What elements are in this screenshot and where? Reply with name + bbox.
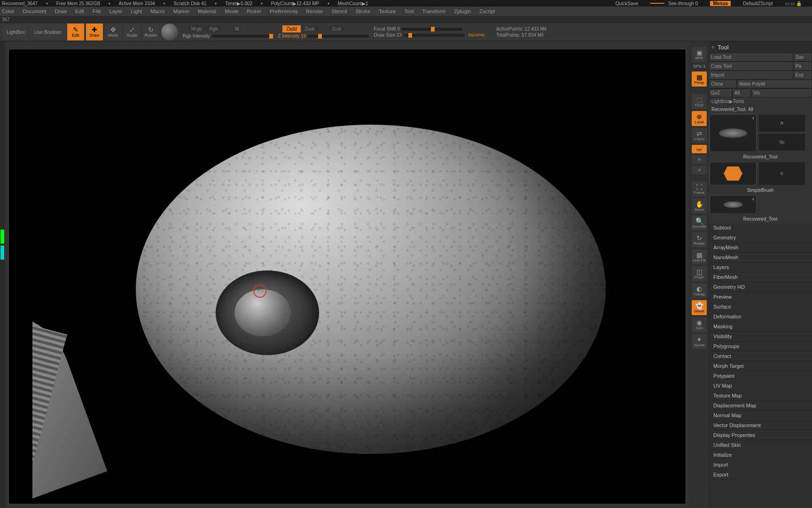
section-arraymesh[interactable]: ArrayMesh bbox=[709, 243, 812, 253]
export-button[interactable]: Exp bbox=[793, 71, 812, 79]
menu-picker[interactable]: Picker bbox=[247, 8, 261, 14]
draw-size-slider[interactable] bbox=[404, 34, 465, 37]
rotate-mode-button[interactable]: ↻Rotate bbox=[142, 24, 159, 40]
zoom3d-button[interactable]: 🔍Zoom3D bbox=[692, 215, 707, 230]
zadd-button[interactable]: Zadd bbox=[282, 25, 301, 32]
goz-all-button[interactable]: All bbox=[732, 88, 751, 97]
section-polygroups[interactable]: Polygroups bbox=[709, 341, 812, 351]
menus-button[interactable]: Menus bbox=[710, 1, 731, 6]
section-export[interactable]: Export bbox=[709, 470, 812, 480]
section-uvmap[interactable]: UV Map bbox=[709, 381, 812, 391]
menu-light[interactable]: Light bbox=[131, 8, 142, 14]
menu-document[interactable]: Document bbox=[23, 8, 46, 14]
section-fibermesh[interactable]: FiberMesh bbox=[709, 272, 812, 282]
section-preview[interactable]: Preview bbox=[709, 292, 812, 302]
xpose-button[interactable]: ✦Xpose bbox=[692, 334, 707, 349]
z-intensity-slider[interactable] bbox=[308, 35, 369, 38]
make-polymesh-button[interactable]: Make PolyM bbox=[737, 79, 812, 88]
section-subtool[interactable]: Subtool bbox=[709, 223, 812, 233]
left-color-strip[interactable] bbox=[0, 41, 5, 508]
goz-button[interactable]: GoZ bbox=[709, 88, 732, 97]
m-button[interactable]: M bbox=[231, 25, 242, 32]
mrgb-button[interactable]: Mrgb bbox=[187, 25, 206, 32]
menu-texture[interactable]: Texture bbox=[379, 8, 396, 14]
zsub-button[interactable]: Zsub bbox=[301, 25, 319, 32]
menu-layer[interactable]: Layer bbox=[109, 8, 123, 14]
lsym-button[interactable]: ⇄LSym bbox=[692, 128, 707, 143]
menu-file[interactable]: File bbox=[93, 8, 101, 14]
section-import[interactable]: Import bbox=[709, 460, 812, 470]
local-button[interactable]: ⊕Local bbox=[692, 111, 707, 126]
section-normalmap[interactable]: Normal Map bbox=[709, 411, 812, 421]
save-as-button[interactable]: Sav bbox=[793, 53, 812, 62]
zcut-button[interactable]: Zcut bbox=[328, 25, 344, 32]
paste-tool-button[interactable]: Pa bbox=[793, 62, 812, 71]
section-polypaint[interactable]: Polypaint bbox=[709, 371, 812, 381]
rotate-view-button[interactable]: ↻Rotate bbox=[692, 232, 707, 247]
color-swatch-cyan[interactable] bbox=[0, 246, 4, 260]
section-unifiedskin[interactable]: Unified Skin bbox=[709, 440, 812, 450]
axis-button[interactable]: xyz bbox=[692, 145, 707, 153]
transp-button[interactable]: ◐Transp bbox=[692, 283, 707, 298]
lightbox-button[interactable]: LightBox bbox=[3, 24, 29, 40]
spix-label[interactable]: SPix 3 bbox=[693, 64, 705, 69]
draw-mode-button[interactable]: ✚Draw bbox=[86, 24, 103, 40]
floor-button[interactable]: ⬚Floor bbox=[692, 94, 707, 109]
menu-stencil[interactable]: Stencil bbox=[331, 8, 347, 14]
menu-color[interactable]: Color bbox=[2, 8, 14, 14]
menu-tool[interactable]: Tool bbox=[404, 8, 414, 14]
current-tool-name[interactable]: Recovered_Tool. 48 bbox=[709, 105, 812, 113]
material-swatch[interactable] bbox=[161, 24, 178, 40]
section-visibility[interactable]: Visibility bbox=[709, 332, 812, 341]
rgb-intensity-slider[interactable] bbox=[212, 35, 273, 38]
section-layers[interactable]: Layers bbox=[709, 262, 812, 272]
collapse-panel-icon[interactable]: « bbox=[711, 44, 715, 50]
solo-button[interactable]: ◉Solo bbox=[692, 317, 707, 332]
section-surface[interactable]: Surface bbox=[709, 302, 812, 312]
load-tool-button[interactable]: Load Tool bbox=[709, 53, 793, 62]
color-swatch-green[interactable] bbox=[0, 230, 4, 244]
viewport-canvas[interactable] bbox=[8, 49, 686, 504]
quicksave-button[interactable]: QuickSave bbox=[616, 1, 638, 6]
section-vectordisplacement[interactable]: Vector Displacement bbox=[709, 421, 812, 430]
goz-visible-button[interactable]: Vis bbox=[751, 88, 812, 97]
menu-material[interactable]: Material bbox=[198, 8, 216, 14]
polyf-button[interactable]: ◫PolyF bbox=[692, 266, 707, 281]
tool-thumbnail-2[interactable] bbox=[710, 195, 757, 214]
section-texturemap[interactable]: Texture Map bbox=[709, 391, 812, 401]
menu-zscript[interactable]: Zscript bbox=[479, 8, 495, 14]
persp-button[interactable]: ▦Persp bbox=[692, 71, 707, 87]
fit-icon[interactable]: ⊙ bbox=[692, 166, 707, 174]
section-morphtarget[interactable]: Morph Target bbox=[709, 361, 812, 371]
menu-preferences[interactable]: Preferences bbox=[270, 8, 297, 14]
menu-edit[interactable]: Edit bbox=[75, 8, 84, 14]
import-button[interactable]: Import bbox=[709, 71, 793, 79]
section-masking[interactable]: Masking bbox=[709, 322, 812, 332]
seethrough-slider[interactable]: See-through 0 bbox=[668, 1, 698, 6]
rgb-button[interactable]: Rgb bbox=[206, 25, 222, 32]
rotation-lock-icon[interactable]: ⟳ bbox=[692, 155, 707, 164]
dynamic-label[interactable]: Dynamic bbox=[468, 32, 485, 37]
menu-transform[interactable]: Transform bbox=[422, 8, 446, 14]
section-initialize[interactable]: Initialize bbox=[709, 450, 812, 460]
window-icons[interactable]: ▭ ▭ 🔒 bbox=[785, 1, 802, 6]
copy-tool-button[interactable]: Copy Tool bbox=[709, 62, 793, 71]
live-boolean-button[interactable]: Live Boolean bbox=[31, 24, 65, 40]
menu-movie[interactable]: Movie bbox=[225, 8, 238, 14]
section-geometryhd[interactable]: Geometry HD bbox=[709, 282, 812, 292]
menu-zplugin[interactable]: Zplugin bbox=[454, 8, 471, 14]
section-geometry[interactable]: Geometry bbox=[709, 233, 812, 243]
simplebrush-thumbnail[interactable] bbox=[710, 162, 757, 185]
menu-macro[interactable]: Macro bbox=[150, 8, 165, 14]
menu-draw[interactable]: Draw bbox=[55, 8, 67, 14]
section-displayproperties[interactable]: Display Properties bbox=[709, 430, 812, 440]
menu-render[interactable]: Render bbox=[306, 8, 323, 14]
section-displacementmap[interactable]: Displacement Map bbox=[709, 401, 812, 411]
frame-button[interactable]: ⛶Frame bbox=[692, 182, 707, 197]
linefill-button[interactable]: ▦Line Fill bbox=[692, 249, 707, 264]
edit-mode-button[interactable]: ✎Edit bbox=[67, 24, 84, 40]
menu-marker[interactable]: Marker bbox=[173, 8, 189, 14]
lightbox-tools-link[interactable]: Lightbox▶Tools bbox=[709, 97, 812, 105]
menu-stroke[interactable]: Stroke bbox=[355, 8, 370, 14]
clone-button[interactable]: Clone bbox=[709, 79, 737, 88]
